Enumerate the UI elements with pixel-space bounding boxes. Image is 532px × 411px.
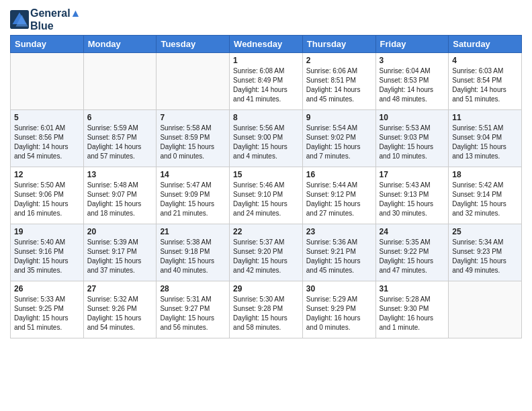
calendar-cell: 8Sunrise: 5:56 AM Sunset: 9:00 PM Daylig… bbox=[230, 110, 303, 167]
day-number: 15 bbox=[233, 170, 299, 179]
calendar-week-row: 26Sunrise: 5:33 AM Sunset: 9:25 PM Dayli… bbox=[11, 281, 522, 338]
day-number: 26 bbox=[14, 284, 80, 293]
calendar-cell: 7Sunrise: 5:58 AM Sunset: 8:59 PM Daylig… bbox=[157, 110, 230, 167]
day-info: Sunrise: 5:40 AM Sunset: 9:16 PM Dayligh… bbox=[14, 238, 80, 275]
calendar-cell: 27Sunrise: 5:32 AM Sunset: 9:26 PM Dayli… bbox=[83, 281, 157, 338]
calendar-cell: 26Sunrise: 5:33 AM Sunset: 9:25 PM Dayli… bbox=[11, 281, 84, 338]
header-cell-sunday: Sunday bbox=[11, 36, 84, 53]
calendar-cell: 11Sunrise: 5:51 AM Sunset: 9:04 PM Dayli… bbox=[449, 110, 522, 167]
header: General▲ Blue bbox=[10, 7, 522, 32]
day-info: Sunrise: 5:30 AM Sunset: 9:28 PM Dayligh… bbox=[233, 295, 299, 332]
day-info: Sunrise: 5:56 AM Sunset: 9:00 PM Dayligh… bbox=[233, 124, 299, 161]
calendar-cell: 28Sunrise: 5:31 AM Sunset: 9:27 PM Dayli… bbox=[157, 281, 230, 338]
calendar-week-row: 12Sunrise: 5:50 AM Sunset: 9:06 PM Dayli… bbox=[11, 167, 522, 224]
day-info: Sunrise: 6:01 AM Sunset: 8:56 PM Dayligh… bbox=[14, 124, 80, 161]
day-info: Sunrise: 5:43 AM Sunset: 9:13 PM Dayligh… bbox=[380, 181, 445, 218]
day-number: 18 bbox=[452, 170, 518, 179]
day-number: 12 bbox=[14, 170, 80, 179]
calendar-cell: 14Sunrise: 5:47 AM Sunset: 9:09 PM Dayli… bbox=[157, 167, 230, 224]
day-info: Sunrise: 6:04 AM Sunset: 8:53 PM Dayligh… bbox=[380, 66, 445, 104]
day-info: Sunrise: 6:08 AM Sunset: 8:49 PM Dayligh… bbox=[233, 66, 299, 104]
day-number: 3 bbox=[380, 56, 445, 65]
day-number: 14 bbox=[160, 170, 226, 179]
calendar-cell: 29Sunrise: 5:30 AM Sunset: 9:28 PM Dayli… bbox=[230, 281, 303, 338]
day-number: 19 bbox=[14, 227, 80, 236]
day-info: Sunrise: 5:34 AM Sunset: 9:23 PM Dayligh… bbox=[452, 238, 518, 275]
day-info: Sunrise: 5:46 AM Sunset: 9:10 PM Dayligh… bbox=[233, 181, 299, 218]
day-number: 2 bbox=[306, 56, 372, 65]
calendar-cell: 6Sunrise: 5:59 AM Sunset: 8:57 PM Daylig… bbox=[83, 110, 157, 167]
logo-text: General▲ Blue bbox=[30, 7, 81, 32]
header-cell-wednesday: Wednesday bbox=[230, 36, 303, 53]
calendar-week-row: 1Sunrise: 6:08 AM Sunset: 8:49 PM Daylig… bbox=[11, 53, 522, 110]
day-number: 31 bbox=[380, 284, 445, 293]
calendar-cell: 12Sunrise: 5:50 AM Sunset: 9:06 PM Dayli… bbox=[11, 167, 84, 224]
day-info: Sunrise: 5:42 AM Sunset: 9:14 PM Dayligh… bbox=[452, 181, 518, 218]
day-info: Sunrise: 5:50 AM Sunset: 9:06 PM Dayligh… bbox=[14, 181, 80, 218]
day-info: Sunrise: 5:44 AM Sunset: 9:12 PM Dayligh… bbox=[306, 181, 372, 218]
calendar-week-row: 5Sunrise: 6:01 AM Sunset: 8:56 PM Daylig… bbox=[11, 110, 522, 167]
day-info: Sunrise: 6:06 AM Sunset: 8:51 PM Dayligh… bbox=[306, 66, 372, 104]
day-info: Sunrise: 5:47 AM Sunset: 9:09 PM Dayligh… bbox=[160, 181, 226, 218]
calendar-cell: 5Sunrise: 6:01 AM Sunset: 8:56 PM Daylig… bbox=[11, 110, 84, 167]
calendar-cell: 19Sunrise: 5:40 AM Sunset: 9:16 PM Dayli… bbox=[11, 224, 84, 281]
day-number: 8 bbox=[233, 113, 299, 122]
calendar-cell bbox=[157, 53, 230, 110]
calendar-cell: 10Sunrise: 5:53 AM Sunset: 9:03 PM Dayli… bbox=[375, 110, 449, 167]
calendar-cell: 2Sunrise: 6:06 AM Sunset: 8:51 PM Daylig… bbox=[302, 53, 375, 110]
calendar-cell bbox=[83, 53, 157, 110]
calendar-cell bbox=[449, 281, 522, 338]
day-number: 25 bbox=[452, 227, 518, 236]
day-info: Sunrise: 5:28 AM Sunset: 9:30 PM Dayligh… bbox=[380, 295, 445, 332]
calendar-cell: 4Sunrise: 6:03 AM Sunset: 8:54 PM Daylig… bbox=[449, 53, 522, 110]
day-info: Sunrise: 5:48 AM Sunset: 9:07 PM Dayligh… bbox=[87, 181, 153, 218]
calendar-cell: 20Sunrise: 5:39 AM Sunset: 9:17 PM Dayli… bbox=[83, 224, 157, 281]
header-cell-tuesday: Tuesday bbox=[157, 36, 230, 53]
day-number: 5 bbox=[14, 113, 80, 122]
day-info: Sunrise: 5:38 AM Sunset: 9:18 PM Dayligh… bbox=[160, 238, 226, 275]
day-number: 10 bbox=[380, 113, 445, 122]
calendar-cell: 24Sunrise: 5:35 AM Sunset: 9:22 PM Dayli… bbox=[375, 224, 449, 281]
day-number: 6 bbox=[87, 113, 153, 122]
day-info: Sunrise: 5:51 AM Sunset: 9:04 PM Dayligh… bbox=[452, 124, 518, 161]
calendar-cell: 25Sunrise: 5:34 AM Sunset: 9:23 PM Dayli… bbox=[449, 224, 522, 281]
day-number: 4 bbox=[452, 56, 518, 65]
day-number: 27 bbox=[87, 284, 153, 293]
day-info: Sunrise: 5:33 AM Sunset: 9:25 PM Dayligh… bbox=[14, 295, 80, 332]
day-info: Sunrise: 5:54 AM Sunset: 9:02 PM Dayligh… bbox=[306, 124, 372, 161]
header-cell-friday: Friday bbox=[375, 36, 449, 53]
calendar-container: General▲ Blue SundayMondayTuesdayWednesd… bbox=[0, 0, 532, 349]
day-info: Sunrise: 5:53 AM Sunset: 9:03 PM Dayligh… bbox=[380, 124, 445, 161]
day-info: Sunrise: 6:03 AM Sunset: 8:54 PM Dayligh… bbox=[452, 66, 518, 104]
day-info: Sunrise: 5:58 AM Sunset: 8:59 PM Dayligh… bbox=[160, 124, 226, 161]
day-info: Sunrise: 5:29 AM Sunset: 9:29 PM Dayligh… bbox=[306, 295, 372, 332]
day-info: Sunrise: 5:36 AM Sunset: 9:21 PM Dayligh… bbox=[306, 238, 372, 275]
calendar-cell: 15Sunrise: 5:46 AM Sunset: 9:10 PM Dayli… bbox=[230, 167, 303, 224]
calendar-cell: 30Sunrise: 5:29 AM Sunset: 9:29 PM Dayli… bbox=[302, 281, 375, 338]
calendar-cell bbox=[11, 53, 84, 110]
day-info: Sunrise: 5:39 AM Sunset: 9:17 PM Dayligh… bbox=[87, 238, 153, 275]
calendar-cell: 22Sunrise: 5:37 AM Sunset: 9:20 PM Dayli… bbox=[230, 224, 303, 281]
day-number: 30 bbox=[306, 284, 372, 293]
day-info: Sunrise: 5:32 AM Sunset: 9:26 PM Dayligh… bbox=[87, 295, 153, 332]
day-number: 22 bbox=[233, 227, 299, 236]
calendar-table: SundayMondayTuesdayWednesdayThursdayFrid… bbox=[10, 35, 522, 338]
day-number: 17 bbox=[380, 170, 445, 179]
day-number: 11 bbox=[452, 113, 518, 122]
calendar-cell: 31Sunrise: 5:28 AM Sunset: 9:30 PM Dayli… bbox=[375, 281, 449, 338]
day-info: Sunrise: 5:59 AM Sunset: 8:57 PM Dayligh… bbox=[87, 124, 153, 161]
day-number: 9 bbox=[306, 113, 372, 122]
logo: General▲ Blue bbox=[10, 7, 81, 32]
calendar-cell: 16Sunrise: 5:44 AM Sunset: 9:12 PM Dayli… bbox=[302, 167, 375, 224]
day-info: Sunrise: 5:35 AM Sunset: 9:22 PM Dayligh… bbox=[380, 238, 445, 275]
calendar-header-row: SundayMondayTuesdayWednesdayThursdayFrid… bbox=[11, 36, 522, 53]
day-number: 7 bbox=[160, 113, 226, 122]
header-cell-saturday: Saturday bbox=[449, 36, 522, 53]
calendar-cell: 3Sunrise: 6:04 AM Sunset: 8:53 PM Daylig… bbox=[375, 53, 449, 110]
calendar-week-row: 19Sunrise: 5:40 AM Sunset: 9:16 PM Dayli… bbox=[11, 224, 522, 281]
day-number: 21 bbox=[160, 227, 226, 236]
day-number: 23 bbox=[306, 227, 372, 236]
day-number: 20 bbox=[87, 227, 153, 236]
header-cell-thursday: Thursday bbox=[302, 36, 375, 53]
day-number: 28 bbox=[160, 284, 226, 293]
